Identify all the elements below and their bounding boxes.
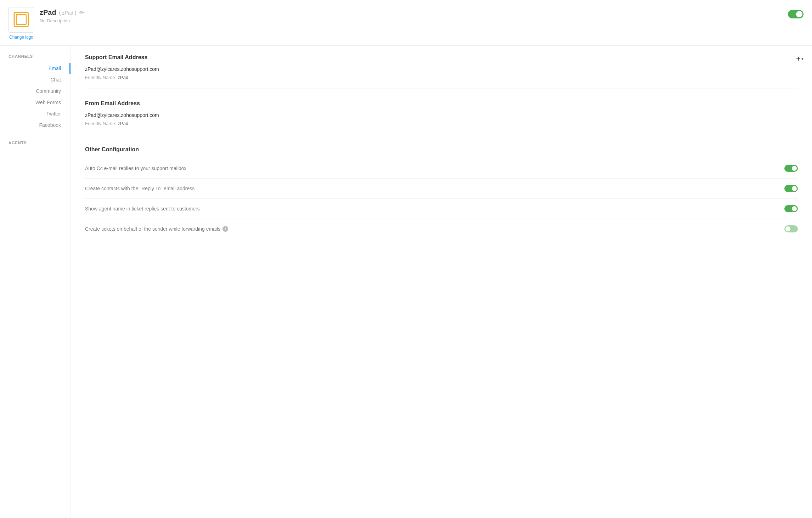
show-agent-toggle[interactable] bbox=[784, 205, 798, 212]
main-layout: CHANNELS Email Chat Community Web Forms … bbox=[0, 46, 812, 518]
sidebar-item-web-forms[interactable]: Web Forms bbox=[0, 97, 71, 108]
agents-label: AGENTS bbox=[0, 141, 71, 145]
from-email-address: zPad@zylcares.zohosupport.com bbox=[85, 112, 798, 118]
app-description: No Description bbox=[40, 18, 84, 23]
svg-rect-1 bbox=[16, 15, 26, 24]
header-title: zPad ( zPad ) ✏ bbox=[40, 9, 84, 17]
config-row-create-tickets: Create tickets on behalf of the sender w… bbox=[85, 219, 798, 239]
create-tickets-toggle[interactable] bbox=[784, 225, 798, 232]
from-friendly-value: zPad bbox=[118, 121, 129, 126]
edit-icon[interactable]: ✏ bbox=[79, 9, 84, 16]
header-info: zPad ( zPad ) ✏ No Description bbox=[40, 7, 84, 23]
agents-section: AGENTS bbox=[0, 141, 71, 145]
show-agent-label: Show agent name in ticket replies sent t… bbox=[85, 206, 200, 212]
support-email-title: Support Email Address bbox=[85, 54, 798, 61]
app-alias: ( zPad ) bbox=[59, 10, 77, 16]
support-friendly-label: Friendly Name bbox=[85, 75, 115, 80]
channels-label: CHANNELS bbox=[0, 54, 71, 58]
add-button[interactable]: + ▾ bbox=[796, 54, 803, 63]
other-config-title: Other Configuration bbox=[85, 146, 798, 153]
logo-box bbox=[9, 7, 34, 33]
sidebar-item-chat[interactable]: Chat bbox=[0, 74, 71, 85]
sidebar-item-twitter[interactable]: Twitter bbox=[0, 108, 71, 119]
from-friendly-name-row: Friendly Name zPad bbox=[85, 121, 798, 126]
from-email-section: From Email Address zPad@zylcares.zohosup… bbox=[85, 100, 798, 135]
support-friendly-name-row: Friendly Name zPad bbox=[85, 75, 798, 80]
sidebar-item-community[interactable]: Community bbox=[0, 85, 71, 97]
app-enable-toggle[interactable] bbox=[788, 10, 803, 18]
logo-container: Change logo bbox=[9, 7, 34, 40]
auto-cc-toggle[interactable] bbox=[784, 165, 798, 172]
app-name: zPad bbox=[40, 9, 56, 17]
create-contacts-toggle[interactable] bbox=[784, 185, 798, 192]
auto-cc-label: Auto Cc e-mail replies to your support m… bbox=[85, 165, 186, 171]
config-row-show-agent: Show agent name in ticket replies sent t… bbox=[85, 199, 798, 219]
chevron-down-icon: ▾ bbox=[801, 56, 803, 61]
sidebar: CHANNELS Email Chat Community Web Forms … bbox=[0, 46, 71, 518]
support-email-section: Support Email Address zPad@zylcares.zoho… bbox=[85, 54, 798, 89]
support-email-address: zPad@zylcares.zohosupport.com bbox=[85, 66, 798, 72]
other-config-section: Other Configuration Auto Cc e-mail repli… bbox=[85, 146, 798, 247]
config-row-create-contacts: Create contacts with the "Reply To" emai… bbox=[85, 179, 798, 199]
create-contacts-label: Create contacts with the "Reply To" emai… bbox=[85, 186, 194, 191]
info-icon[interactable]: i bbox=[222, 226, 228, 232]
header: Change logo zPad ( zPad ) ✏ No Descripti… bbox=[0, 0, 812, 46]
content-area: + ▾ Support Email Address zPad@zylcares.… bbox=[71, 46, 812, 518]
header-toggle[interactable] bbox=[788, 10, 803, 19]
config-row-auto-cc: Auto Cc e-mail replies to your support m… bbox=[85, 158, 798, 179]
add-icon: + bbox=[796, 54, 801, 63]
from-email-title: From Email Address bbox=[85, 100, 798, 107]
change-logo-link[interactable]: Change logo bbox=[9, 35, 33, 40]
support-friendly-value: zPad bbox=[118, 75, 129, 80]
from-friendly-label: Friendly Name bbox=[85, 121, 115, 126]
sidebar-item-facebook[interactable]: Facebook bbox=[0, 119, 71, 131]
app-logo-icon bbox=[13, 11, 30, 29]
sidebar-item-email[interactable]: Email bbox=[0, 63, 71, 74]
create-tickets-label: Create tickets on behalf of the sender w… bbox=[85, 226, 228, 232]
